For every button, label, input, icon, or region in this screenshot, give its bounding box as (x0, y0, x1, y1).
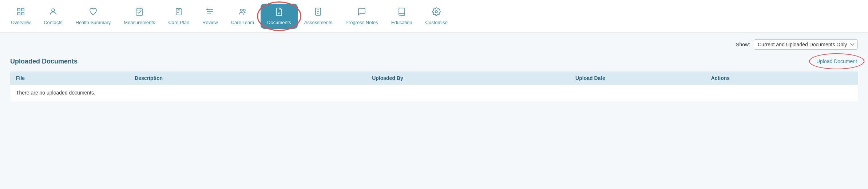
col-header-uploaded-by: Uploaded By (366, 72, 570, 85)
table-header: File Description Uploaded By Upload Date… (10, 72, 858, 85)
calendar-icon (135, 7, 144, 18)
upload-btn-wrapper: Upload Document (816, 56, 858, 66)
table-body: There are no uploaded documents. (10, 85, 858, 101)
col-header-actions: Actions (705, 72, 858, 85)
grid-icon (16, 7, 25, 18)
svg-rect-5 (136, 9, 143, 15)
clipboard-icon (174, 7, 183, 18)
svg-rect-0 (17, 8, 20, 11)
main-content: Show: Current and Uploaded Documents Onl… (0, 33, 868, 101)
book-icon (397, 7, 406, 18)
people-icon (238, 7, 247, 18)
nav-item-assessments[interactable]: Assessments (298, 4, 339, 29)
nav-item-measurements[interactable]: Measurements (117, 4, 162, 29)
checklist-icon (206, 7, 214, 18)
col-header-description: Description (129, 72, 366, 85)
show-filter-row: Show: Current and Uploaded Documents Onl… (10, 39, 858, 50)
document-icon (275, 7, 284, 18)
nav-item-education[interactable]: Education (385, 4, 419, 29)
nav-label-contacts: Contacts (44, 20, 62, 25)
svg-point-7 (240, 9, 242, 11)
nav-item-contacts[interactable]: Contacts (37, 4, 69, 29)
nav-label-education: Education (391, 20, 412, 25)
nav-label-documents: Documents (267, 20, 291, 25)
section-title: Uploaded Documents (10, 58, 78, 65)
nav-item-overview[interactable]: Overview (4, 4, 37, 29)
col-header-upload-date: Upload Date (570, 72, 705, 85)
chat-icon (357, 7, 366, 18)
svg-point-4 (52, 9, 55, 12)
top-navigation: Overview Contacts Health Summary Measure… (0, 0, 868, 33)
nav-label-care-team: Care Team (231, 20, 254, 25)
col-header-file: File (10, 72, 129, 85)
show-label: Show: (736, 42, 750, 47)
nav-label-review: Review (202, 20, 218, 25)
svg-point-8 (243, 9, 245, 11)
empty-message: There are no uploaded documents. (10, 85, 858, 101)
svg-rect-3 (21, 12, 24, 15)
nav-item-health-summary[interactable]: Health Summary (69, 4, 118, 29)
nav-item-care-plan[interactable]: Care Plan (162, 4, 196, 29)
nav-item-progress-notes[interactable]: Progress Notes (339, 4, 385, 29)
svg-rect-1 (21, 8, 24, 11)
heart-icon (89, 7, 98, 18)
nav-label-measurements: Measurements (124, 20, 155, 25)
svg-rect-2 (17, 12, 20, 15)
person-icon (49, 7, 58, 18)
show-select[interactable]: Current and Uploaded Documents OnlyAll D… (754, 39, 858, 50)
section-header: Uploaded Documents Upload Document (10, 56, 858, 66)
nav-label-health-summary: Health Summary (76, 20, 111, 25)
gear-icon (432, 7, 441, 18)
nav-item-customise[interactable]: Customise (419, 4, 454, 29)
nav-item-review[interactable]: Review (196, 4, 225, 29)
nav-label-customise: Customise (425, 20, 448, 25)
nav-item-documents[interactable]: Documents (261, 4, 298, 29)
documents-table: File Description Uploaded By Upload Date… (10, 72, 858, 101)
empty-row: There are no uploaded documents. (10, 85, 858, 101)
assessments-icon (314, 7, 322, 18)
svg-point-10 (435, 11, 437, 13)
nav-label-care-plan: Care Plan (168, 20, 189, 25)
upload-document-button[interactable]: Upload Document (816, 56, 858, 66)
nav-label-progress-notes: Progress Notes (345, 20, 378, 25)
nav-label-assessments: Assessments (304, 20, 332, 25)
nav-item-care-team[interactable]: Care Team (225, 4, 261, 29)
nav-label-overview: Overview (11, 20, 31, 25)
